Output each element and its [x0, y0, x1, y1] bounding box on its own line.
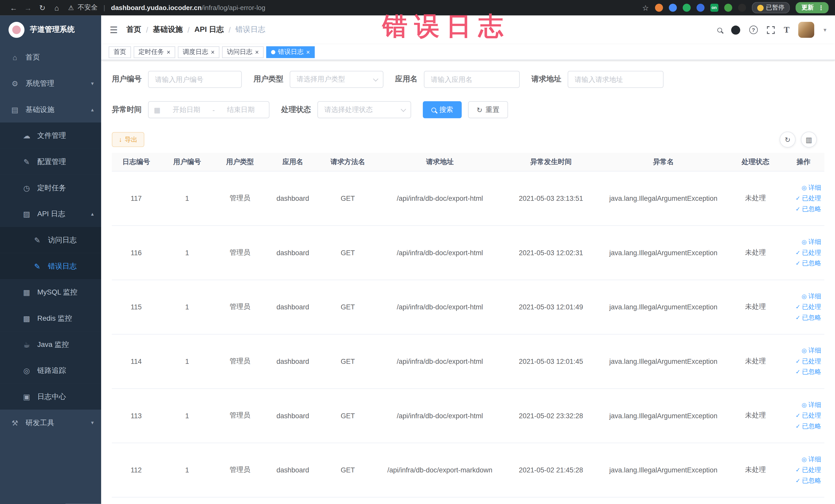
check-icon: ✓ — [795, 260, 800, 266]
sidebar-item-file-manage[interactable]: ☁文件管理 — [0, 122, 101, 149]
cell-user-type: 管理员 — [213, 443, 266, 497]
tab-access-log[interactable]: 访问日志× — [222, 46, 264, 58]
action-detail-link[interactable]: ◎详细 — [802, 346, 821, 355]
close-icon[interactable]: × — [167, 49, 170, 55]
action-ignored-link[interactable]: ✓已忽略 — [795, 422, 821, 430]
extension-icon-blue[interactable] — [669, 4, 677, 12]
action-processed-link[interactable]: ✓已处理 — [795, 411, 821, 420]
cell-method: GET — [319, 388, 376, 443]
tab-scheduled-task[interactable]: 定时任务× — [134, 46, 175, 58]
bookmark-star-icon[interactable]: ☆ — [642, 3, 649, 12]
action-processed-link[interactable]: ✓已处理 — [795, 302, 821, 311]
sidebar-item-error-log[interactable]: ✎错误日志 — [0, 253, 101, 279]
extension-icon-on[interactable]: on — [710, 4, 718, 12]
column-settings-button[interactable]: ▥ — [801, 132, 817, 147]
sidebar-item-log-center[interactable]: ▣日志中心 — [0, 384, 101, 410]
cell-method: GET — [319, 225, 376, 280]
request-url-input[interactable] — [568, 71, 664, 88]
breadcrumb-item[interactable]: API 日志 — [194, 25, 224, 35]
sidebar-item-scheduled-task[interactable]: ◷定时任务 — [0, 175, 101, 201]
export-button[interactable]: ↓ 导出 — [112, 132, 144, 147]
sidebar-item-mysql-monitor[interactable]: ▦MySQL 监控 — [0, 279, 101, 305]
font-size-icon[interactable]: T — [784, 25, 789, 35]
back-icon[interactable]: ← — [6, 3, 21, 12]
action-processed-link[interactable]: ✓已处理 — [795, 248, 821, 257]
search-button[interactable]: 搜索 — [423, 101, 462, 118]
sidebar-item-home[interactable]: ⌂首页 — [0, 44, 101, 70]
sidebar-item-java-monitor[interactable]: ☕Java 监控 — [0, 331, 101, 357]
process-status-select[interactable]: 请选择处理状态 — [317, 101, 411, 118]
reload-icon[interactable]: ↻ — [35, 3, 49, 12]
table-header-row: 日志编号用户编号用户类型应用名请求方法名请求地址异常发生时间异常名处理状态操作 — [112, 153, 824, 171]
url-domain: dashboard.yudao.iocoder.cn — [111, 4, 202, 12]
breadcrumb-separator: / — [146, 26, 148, 34]
app-name-input[interactable] — [424, 71, 520, 88]
scheduled-task-icon: ◷ — [22, 184, 31, 192]
action-ignored-link[interactable]: ✓已忽略 — [795, 259, 821, 267]
extension-icon-paw[interactable] — [738, 4, 746, 12]
close-icon[interactable]: × — [255, 49, 259, 55]
browser-home-icon[interactable]: ⌂ — [49, 3, 64, 12]
action-detail-link[interactable]: ◎详细 — [802, 400, 821, 409]
sidebar-item-system-manage[interactable]: ⚙系统管理▾ — [0, 70, 101, 97]
refresh-icon: ↻ — [785, 136, 791, 143]
chevron-down-icon[interactable]: ▾ — [823, 26, 826, 33]
extension-icon-leaf[interactable] — [724, 4, 732, 12]
action-processed-link[interactable]: ✓已处理 — [795, 465, 821, 474]
action-ignored-link[interactable]: ✓已忽略 — [795, 313, 821, 322]
sidebar-item-access-log[interactable]: ✎访问日志 — [0, 227, 101, 253]
refresh-table-button[interactable]: ↻ — [779, 132, 795, 147]
date-range-picker[interactable]: ▦ 开始日期 - 结束日期 — [148, 101, 269, 118]
user-id-input[interactable] — [148, 71, 242, 88]
logo[interactable]: 芋道管理系统 — [0, 15, 101, 44]
extension-icon-orange[interactable] — [655, 4, 663, 12]
content: 用户编号 用户类型 请选择用户类型 应用名 — [101, 60, 835, 504]
sidebar-item-devtools[interactable]: ⚒研发工具▾ — [0, 409, 101, 436]
tab-home[interactable]: 首页 — [108, 46, 131, 58]
sidebar-item-api-log[interactable]: ▨API 日志▴ — [0, 201, 101, 227]
reset-button[interactable]: ↻ 重置 — [468, 101, 508, 118]
extension-icon-green[interactable] — [683, 4, 691, 12]
forward-icon[interactable]: → — [21, 3, 35, 12]
tab-error-log[interactable]: 错误日志× — [266, 46, 315, 58]
action-detail-link[interactable]: ◎详细 — [802, 455, 821, 464]
address-bar[interactable]: ⚠ 不安全 | dashboard.yudao.iocoder.cn/infra… — [68, 3, 265, 12]
action-ignored-link[interactable]: ✓已忽略 — [795, 367, 821, 376]
cell-time: 2021-05-02 21:45:28 — [504, 443, 598, 497]
action-detail-link[interactable]: ◎详细 — [802, 292, 821, 301]
action-processed-link[interactable]: ✓已处理 — [795, 194, 821, 203]
select-placeholder: 请选择处理状态 — [324, 105, 373, 115]
action-processed-link[interactable]: ✓已处理 — [795, 357, 821, 366]
sidebar-item-trace[interactable]: ◎链路追踪 — [0, 357, 101, 384]
devtools-icon: ⚒ — [11, 419, 19, 427]
paused-label: 已暂停 — [766, 4, 785, 12]
breadcrumb-item[interactable]: 基础设施 — [153, 25, 183, 35]
github-icon[interactable] — [731, 25, 740, 35]
avatar[interactable] — [798, 22, 814, 38]
action-detail-link[interactable]: ◎详细 — [802, 237, 821, 246]
breadcrumb-item[interactable]: 首页 — [126, 25, 141, 35]
search-icon[interactable] — [717, 27, 722, 32]
update-button[interactable]: 更新⋮ — [795, 2, 829, 13]
sidebar-item-redis-monitor[interactable]: ▩Redis 监控 — [0, 305, 101, 331]
action-label: 已忽略 — [802, 476, 821, 485]
close-icon[interactable]: × — [211, 49, 215, 55]
fullscreen-icon[interactable] — [767, 26, 775, 34]
cell-user-type: 管理员 — [213, 334, 266, 388]
action-ignored-link[interactable]: ✓已忽略 — [795, 204, 821, 213]
eye-icon: ◎ — [802, 184, 807, 191]
sidebar-item-infrastructure[interactable]: ▤基础设施▴ — [0, 97, 101, 123]
tab-label: 定时任务 — [138, 47, 164, 57]
action-detail-link[interactable]: ◎详细 — [802, 183, 821, 192]
extension-icon-grid[interactable] — [696, 4, 704, 12]
user-type-select[interactable]: 请选择用户类型 — [290, 71, 384, 88]
sidebar-item-config-manage[interactable]: ✎配置管理 — [0, 149, 101, 175]
check-icon: ✓ — [795, 466, 800, 473]
paused-badge[interactable]: 已暂停 — [752, 2, 790, 13]
column-header: 处理状态 — [729, 153, 782, 171]
close-icon[interactable]: × — [306, 49, 310, 55]
hamburger-icon[interactable]: ☰ — [109, 24, 118, 36]
action-ignored-link[interactable]: ✓已忽略 — [795, 476, 821, 485]
help-icon[interactable]: ? — [749, 26, 758, 34]
tab-schedule-log[interactable]: 调度日志× — [178, 46, 220, 58]
